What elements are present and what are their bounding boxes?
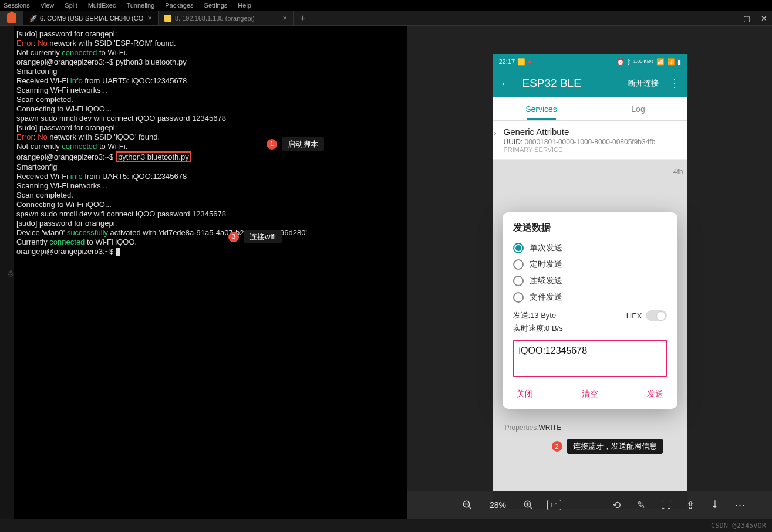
minimize-button[interactable]: —: [725, 14, 733, 23]
menu-view[interactable]: View: [41, 2, 55, 9]
status-time: 22:17: [499, 58, 515, 65]
tab-close-icon[interactable]: ×: [282, 13, 287, 22]
cursor: [116, 248, 120, 256]
radio-dot-icon: [513, 243, 524, 253]
badge-2: 2: [552, 441, 562, 452]
toggle-switch[interactable]: [646, 310, 667, 321]
annotation-1: 1 启动脚本: [267, 137, 324, 151]
menu-multiexec[interactable]: MultiExec: [88, 2, 116, 9]
annotation-2-label: 连接蓝牙，发送配网信息: [567, 439, 663, 454]
net-speed: 1.00 KB/s: [633, 59, 654, 64]
radio-continuous-send[interactable]: 连续发送: [513, 273, 667, 289]
status-app-icon: 🟨: [517, 58, 525, 66]
service-generic-attribute[interactable]: › Generic Attribute UUID: 00001801-0000-…: [493, 121, 687, 160]
radio-dot-icon: [513, 259, 524, 270]
bluetooth-icon: ᛒ: [627, 58, 631, 65]
more-options-icon[interactable]: ⋯: [734, 499, 746, 511]
wifi-icon: 📶: [667, 58, 675, 66]
close-button[interactable]: ✕: [761, 14, 767, 23]
send-data-dialog: 发送数据 单次发送 定时发送 连续发送 文件发送 发送:13 Byte HEX …: [503, 212, 677, 409]
signal-5g-icon: 📶: [656, 58, 665, 66]
download-icon[interactable]: ⭳: [709, 499, 721, 511]
svg-line-1: [468, 506, 471, 509]
annotation-3-label: 连接wifi: [244, 230, 282, 243]
hex-toggle[interactable]: HEX: [626, 310, 667, 321]
service-uuid: UUID: 00001801-0000-1000-8000-00805f9b34…: [504, 138, 676, 146]
realtime-speed: 实时速度:0 B/s: [513, 323, 667, 334]
phone-screenshot: 22:17 🟨 ● ⏰ ᛒ 1.00 KB/s 📶 📶 ▮ ← ESP32 BL…: [493, 54, 687, 509]
menu-settings[interactable]: Settings: [204, 2, 228, 9]
phone-tabs: Services Log: [493, 97, 687, 121]
battery-icon: ▮: [677, 58, 681, 66]
annotation-3: 3 连接wifi: [228, 230, 282, 243]
ssh-icon: [164, 15, 171, 22]
menu-split[interactable]: Split: [65, 2, 77, 9]
menu-packages[interactable]: Packages: [165, 2, 193, 9]
phone-statusbar: 22:17 🟨 ● ⏰ ᛒ 1.00 KB/s 📶 📶 ▮: [493, 54, 687, 69]
left-gutter: 9)): [0, 26, 14, 519]
service-name: Generic Attribute: [504, 127, 676, 137]
tab-log[interactable]: Log: [590, 97, 687, 120]
annotation-2: 2 连接蓝牙，发送配网信息: [552, 439, 663, 454]
tab-com9[interactable]: 🚀 6. COM9 (USB-SERIAL CH340 (CO ×: [23, 11, 159, 25]
tab-label: 8. 192.168.1.135 (orangepi): [175, 15, 255, 22]
dialog-title: 发送数据: [513, 222, 667, 234]
maximize-button[interactable]: ▢: [743, 14, 750, 23]
home-icon: [7, 13, 16, 23]
radio-dot-icon: [513, 292, 524, 303]
more-icon[interactable]: ⋮: [669, 77, 680, 90]
menu-sessions[interactable]: Sessions: [4, 2, 30, 9]
serial-icon: 🚀: [29, 15, 36, 22]
menubar: Sessions View Split MultiExec Tunneling …: [0, 0, 772, 11]
tab-services[interactable]: Services: [493, 97, 590, 120]
tab-close-icon[interactable]: ×: [147, 13, 152, 22]
terminal-output[interactable]: [sudo] password for orangepi: Error: No …: [14, 26, 407, 519]
dialog-clear-button[interactable]: 清空: [582, 389, 598, 399]
badge-3: 3: [228, 232, 239, 242]
radio-single-send[interactable]: 单次发送: [513, 240, 667, 256]
tab-strip: 🚀 6. COM9 (USB-SERIAL CH340 (CO × 8. 192…: [0, 11, 772, 26]
uuid-fragment: 4fb: [673, 168, 683, 176]
watermark: CSDN @2345VOR: [711, 521, 766, 530]
app-title: ESP32 BLE: [522, 77, 618, 90]
menu-help[interactable]: Help: [238, 2, 251, 9]
send-input[interactable]: iQOO:12345678: [513, 340, 667, 377]
radio-timed-send[interactable]: 定时发送: [513, 256, 667, 273]
status-rec-icon: ●: [528, 58, 532, 65]
phone-appbar: ← ESP32 BLE 断开连接 ⋮: [493, 69, 687, 97]
radio-dot-icon: [513, 276, 524, 286]
service-primary: PRIMARY SERVICE: [504, 146, 676, 153]
annotation-1-label: 启动脚本: [282, 137, 324, 151]
alarm-icon: ⏰: [616, 58, 625, 66]
radio-file-send[interactable]: 文件发送: [513, 289, 667, 306]
preview-pane: 22:17 🟨 ● ⏰ ᛒ 1.00 KB/s 📶 📶 ▮ ← ESP32 BL…: [407, 26, 772, 519]
chevron-right-icon: ›: [494, 129, 497, 137]
window-controls: — ▢ ✕: [725, 14, 767, 23]
back-icon[interactable]: ←: [500, 77, 512, 90]
disconnect-button[interactable]: 断开连接: [628, 78, 659, 89]
menu-tunneling[interactable]: Tunneling: [126, 2, 154, 9]
tab-label: 6. COM9 (USB-SERIAL CH340 (CO: [40, 15, 143, 22]
new-tab-button[interactable]: ＋: [294, 11, 311, 25]
dialog-send-button[interactable]: 发送: [647, 389, 663, 399]
home-tab[interactable]: [0, 11, 23, 25]
highlighted-command: python3 bluetooth.py: [116, 151, 191, 162]
tab-ssh[interactable]: 8. 192.168.1.135 (orangepi) ×: [159, 11, 294, 25]
send-byte-count: 发送:13 Byte: [513, 310, 557, 321]
service-partial: 4fb: [493, 160, 687, 184]
zoom-out-icon[interactable]: [461, 499, 473, 511]
badge-1: 1: [267, 139, 277, 150]
dialog-close-button[interactable]: 关闭: [517, 389, 533, 399]
